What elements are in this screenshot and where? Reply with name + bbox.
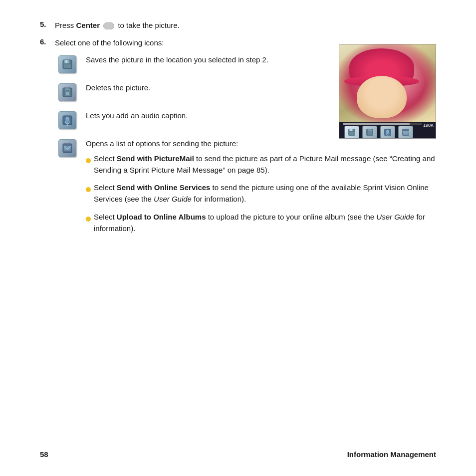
svg-rect-13 [66, 119, 68, 123]
audio-icon-cell [55, 110, 80, 129]
bullet-item-1: Select Send with PictureMail to send the… [86, 153, 436, 176]
bullet-text-1: Select Send with PictureMail to send the… [94, 153, 436, 176]
svg-rect-25 [368, 131, 372, 135]
bottom-icon-save[interactable] [344, 126, 359, 139]
save-icon-desc: Saves the picture in the location you se… [80, 54, 268, 66]
device-screenshot: 190K [339, 44, 436, 139]
center-button-icon [103, 22, 114, 29]
svg-rect-24 [368, 129, 371, 131]
svg-rect-3 [64, 64, 71, 68]
svg-rect-17 [64, 146, 71, 151]
bottom-icons [344, 126, 413, 139]
delete-icon-cell [55, 82, 80, 101]
send-icon [58, 139, 76, 157]
step-5-num: 5. [40, 20, 55, 28]
bottom-icon-send[interactable] [398, 126, 413, 139]
progress-bar-fill [343, 123, 410, 125]
device-photo [339, 44, 436, 122]
progress-bar [343, 123, 422, 125]
save-icon [58, 55, 76, 73]
bullet-dot-3 [86, 213, 94, 225]
send-icon-cell [55, 138, 80, 157]
svg-point-27 [386, 130, 389, 134]
delete-icon [58, 83, 76, 101]
size-label: 190K [423, 123, 434, 128]
svg-rect-6 [65, 88, 69, 90]
step-5-text: Press Center to take the picture. [55, 20, 180, 31]
audio-icon [58, 111, 76, 129]
bullet-text-2: Select Send with Online Services to send… [94, 182, 436, 205]
send-icon-desc: Opens a list of options for sending the … [80, 138, 436, 240]
page-number: 58 [40, 450, 48, 459]
bullet-dot-2 [86, 184, 94, 195]
save-icon-cell [55, 54, 80, 73]
bullet-list: Select Send with PictureMail to send the… [86, 153, 436, 235]
step-6-num: 6. [40, 37, 55, 46]
bullet-text-3: Select Upload to Online Albums to upload… [94, 211, 436, 235]
svg-rect-2 [65, 60, 67, 63]
bullet-item-3: Select Upload to Online Albums to upload… [86, 211, 436, 235]
bullet-dot-1 [86, 155, 94, 166]
step-6-text: Select one of the following icons: [55, 37, 164, 49]
audio-icon-desc: Lets you add an audio caption. [80, 110, 188, 122]
icon-row-send: Opens a list of options for sending the … [55, 138, 436, 240]
bullet-item-2: Select Send with Online Services to send… [86, 182, 436, 205]
baby-face [347, 48, 417, 113]
step-5-row: 5. Press Center to take the picture. [40, 20, 436, 31]
svg-rect-21 [349, 132, 355, 135]
svg-rect-30 [403, 131, 409, 135]
face [357, 76, 407, 118]
bottom-icon-audio[interactable] [380, 126, 395, 139]
device-bottom-bar: 190K [339, 122, 436, 139]
page-footer: 58 Information Management [40, 450, 436, 459]
page-section: Information Management [347, 450, 436, 459]
delete-icon-desc: Deletes the picture. [80, 82, 150, 94]
bottom-icon-delete[interactable] [362, 126, 377, 139]
step-5-bold: Center [76, 21, 100, 29]
svg-rect-20 [350, 129, 352, 131]
